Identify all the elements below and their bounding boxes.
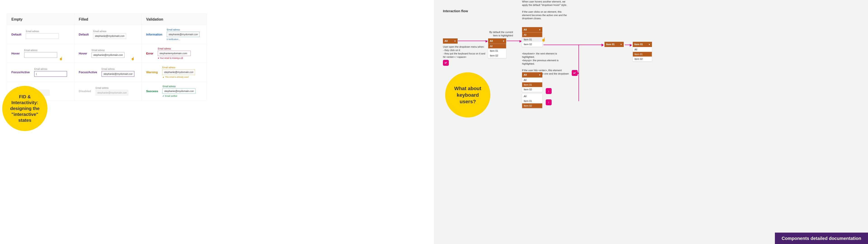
slide-input-states: Empty Filled Validation Default Email ad… [0, 0, 434, 244]
dropdown-item-2[interactable]: Item 02 [522, 87, 542, 92]
dropdown-item-all[interactable]: All [522, 94, 542, 99]
state-label-focus: Focus/Active [11, 70, 30, 74]
email-field-empty-focus[interactable] [34, 71, 67, 77]
field-label: Email adress [26, 30, 59, 33]
table-row: Focus/Active Email adress Focus/Active E… [7, 63, 207, 82]
dropdown-item-1[interactable]: Item 01 [522, 99, 542, 103]
chevron-down-icon: ▼ [539, 28, 541, 31]
dropdown-selected: All [490, 39, 493, 42]
enter-key-icon: ↵ [572, 70, 578, 76]
field-label: Email adress [162, 85, 195, 88]
section-heading: Interaction flow [443, 9, 468, 13]
error-icon: ● [158, 57, 159, 59]
state-label-default: Default [11, 33, 22, 36]
col-header-validation: Validation [142, 13, 207, 25]
email-field-empty-hover[interactable] [24, 52, 57, 58]
validation-state-warning: Warning [146, 70, 158, 74]
field-label: Email adress [167, 28, 199, 31]
dropdown-selected: Item 01 [634, 43, 643, 46]
chevron-down-icon: ▼ [648, 43, 650, 45]
state-label-focus: Focus/Active [79, 70, 97, 74]
table-row: Hover Email adress ☝ Hover Email adress [7, 44, 207, 63]
dropdown-open-keyup[interactable]: All Item 01 Item 02 [522, 94, 542, 108]
dropdown-selected: All [524, 73, 527, 77]
email-field-validation-info[interactable] [167, 32, 199, 37]
flow-arrow [625, 45, 631, 45]
state-label-hover: Hover [79, 52, 87, 55]
callout-badge-interactivity: FID & Interactivity: designing the "inte… [2, 86, 48, 131]
flow-arrow-vertical [579, 73, 579, 101]
dropdown-open-keydown[interactable]: All▼ All Item 01 Item 02 [522, 72, 542, 92]
dropdown-open-hover[interactable]: All▼ All Item 01 Item 02 [522, 27, 542, 47]
dropdown-selected: All [444, 39, 448, 42]
validation-state-information: Information [146, 33, 162, 36]
email-field-filled-hover[interactable] [92, 52, 124, 58]
cursor-hand-icon: ☝ [541, 37, 546, 42]
dropdown-item-1[interactable]: Item 01 [522, 37, 542, 42]
email-field-validation-success[interactable] [162, 88, 195, 94]
dropdown-item-2[interactable]: Item 02 [522, 42, 542, 47]
field-label: Email adress [24, 49, 57, 52]
email-field-filled-focus[interactable] [102, 71, 134, 77]
field-label: Email adress [102, 68, 134, 70]
footer-caption: Components detailed documentation [775, 233, 868, 244]
dropdown-item-2[interactable]: Item 02 [633, 57, 652, 61]
helper-text: Your email is missing a @ [160, 57, 183, 59]
flow-arrow [507, 41, 521, 41]
field-label: Email adress [158, 48, 190, 50]
helper-text: Email verified [165, 95, 177, 97]
field-label: Email adress [162, 66, 195, 69]
dropdown-item-all[interactable]: All [488, 44, 506, 49]
callout-badge-keyboard: What about keyboard users? [445, 72, 490, 118]
state-label-default: Default [79, 33, 89, 36]
email-field-validation-warning[interactable] [162, 69, 195, 75]
helper-text: This email is already used [165, 76, 188, 79]
dropdown-selected: Item 01 [606, 43, 615, 46]
col-header-empty: Empty [7, 13, 74, 25]
helper-text: Verification… [168, 38, 180, 40]
email-field-filled-default[interactable] [93, 33, 126, 39]
dropdown-item-all[interactable]: All [633, 47, 652, 52]
dropdown-item-1[interactable]: Item 01 [488, 49, 506, 53]
email-field-empty-default[interactable] [26, 33, 59, 39]
state-label-hover: Hover [11, 52, 20, 55]
arrow-down-key-icon: ↓ [546, 88, 552, 94]
dropdown-item-2[interactable]: Item 02 [488, 53, 506, 58]
validation-state-success: Success [146, 89, 158, 93]
field-label: Email adress [93, 30, 126, 33]
chevron-down-icon: ▼ [539, 74, 541, 76]
dropdown-item-all[interactable]: All [522, 33, 542, 37]
dropdown-result[interactable]: Item 01▼ [604, 42, 624, 47]
dropdown-item-2[interactable]: Item 02 [522, 103, 542, 108]
col-header-filled: Filled [74, 13, 142, 25]
narrative-open: User open the dropdown menu when: - they… [443, 45, 488, 59]
chevron-down-icon: ▼ [454, 40, 456, 42]
warning-icon: ▲ [162, 76, 164, 79]
dropdown-result-open[interactable]: Item 01▼ All Item 01 Item 02 [633, 42, 652, 61]
slide-interaction-flow: Interaction flow All▼ User open the drop… [434, 0, 868, 244]
table-row: Default Email adress Default Email adres… [7, 25, 207, 44]
state-label-disabled: Disabled [79, 89, 91, 93]
dropdown-item-1[interactable]: Item 01 [522, 83, 542, 87]
flow-arrow [458, 41, 488, 41]
email-field-validation-error[interactable] [158, 51, 190, 56]
success-icon: ✔ [162, 95, 164, 97]
states-table: Empty Filled Validation Default Email ad… [7, 13, 207, 101]
validation-state-error: Error [146, 52, 153, 55]
chevron-down-icon: ▼ [620, 43, 622, 45]
email-field-filled-disabled [96, 90, 128, 96]
narrative-default: By default the current item is highlight… [488, 30, 513, 37]
cursor-hand-icon: ☝ [59, 57, 63, 61]
field-label: Email adress [96, 87, 128, 89]
chevron-down-icon: ▼ [503, 40, 505, 42]
dropdown-item-all[interactable]: All [522, 78, 542, 83]
field-label: Email adress [34, 68, 67, 70]
dropdown-selected: All [524, 28, 527, 31]
dropdown-item-1[interactable]: Item 01 [633, 52, 652, 57]
arrow-up-key-icon: ↑ [546, 99, 552, 105]
field-label: Email adress [92, 49, 124, 52]
dropdown-closed[interactable]: All▼ [443, 38, 458, 43]
flow-arrow-corner [579, 45, 603, 73]
dropdown-open-default[interactable]: All▼ All Item 01 Item 02 [488, 38, 506, 58]
narrative-hover: When user hovers another element, we app… [522, 0, 567, 20]
